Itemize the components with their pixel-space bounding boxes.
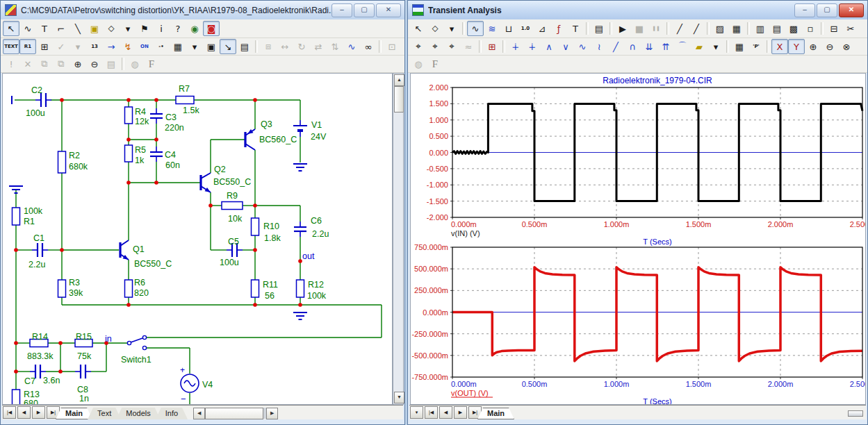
node-label[interactable]: out <box>302 251 315 261</box>
component-label[interactable]: 680 <box>24 399 38 404</box>
error-button[interactable]: ! <box>3 56 19 72</box>
component-label[interactable]: 3.6n <box>43 376 60 385</box>
component-label[interactable]: R9 <box>227 191 238 201</box>
zoom-in-button[interactable]: ⊕ <box>805 39 821 54</box>
component-label[interactable]: 75k <box>77 351 92 361</box>
schematic-titlebar[interactable]: C:\MC9\DATA\Petrov\switching distortion\… <box>1 1 404 20</box>
power-display-toggle[interactable]: ↯ <box>120 39 136 54</box>
component-label[interactable]: C3 <box>165 112 177 122</box>
low-button[interactable]: ≀ <box>591 39 607 54</box>
x-axis-scale-button[interactable]: X <box>771 39 788 54</box>
zoom-in-button[interactable]: ⊕ <box>69 56 86 72</box>
component-label[interactable]: 56 <box>265 291 275 301</box>
component-label[interactable]: Q1 <box>133 244 145 254</box>
scale-limits-button[interactable]: ⊔ <box>500 21 517 36</box>
component-label[interactable]: R7 <box>179 84 190 94</box>
tab-main[interactable]: Main <box>477 408 514 419</box>
component-label[interactable]: R11 <box>263 280 278 290</box>
cancel-button[interactable]: ✕ <box>19 56 36 72</box>
info-window-button[interactable]: ⊡ <box>384 39 400 54</box>
slope-button[interactable]: ╱ <box>607 39 624 54</box>
pause-button[interactable]: ❚❚ <box>648 21 664 36</box>
resistor-R7[interactable] <box>176 97 194 104</box>
maximize-button[interactable]: ▢ <box>354 3 375 17</box>
component-chip-tool[interactable]: ▣ <box>86 21 103 36</box>
first-page-button[interactable]: |◀ <box>3 406 16 419</box>
node-numbers-toggle[interactable]: 13 <box>86 39 103 54</box>
trim-tool[interactable]: ✂ <box>842 21 859 36</box>
component-label[interactable]: 60n <box>165 160 180 170</box>
zoom-window-button[interactable]: ⊗ <box>838 39 855 54</box>
component-label[interactable]: R6 <box>134 278 145 288</box>
zoom-out-button[interactable]: ⊖ <box>821 39 838 54</box>
plot-canvas[interactable]: Radioelektronik_1979-04.CIR2.0001.5001.0… <box>410 73 866 405</box>
text-tool[interactable]: T <box>36 21 53 36</box>
component-label[interactable]: BC550_C <box>213 177 251 187</box>
f-annotation-icon[interactable]: F <box>143 56 160 72</box>
global-low-button[interactable]: ⇈ <box>657 39 674 54</box>
wire-mode-tool[interactable]: ∿ <box>19 21 36 36</box>
periodic-steady-state-button[interactable]: 'P' <box>748 39 764 54</box>
search-binoculars-button[interactable]: ∞ <box>360 39 377 54</box>
component-label[interactable]: 100u <box>220 258 239 267</box>
flip-y-button[interactable]: ⇅ <box>327 39 343 54</box>
series-label[interactable]: v(OUT) (V) <box>451 389 489 397</box>
text-display-toggle[interactable]: TEXT <box>3 39 19 54</box>
component-label[interactable]: BC550_C <box>134 259 172 269</box>
shape-tool[interactable]: ⬦ <box>103 21 120 36</box>
component-label[interactable]: R15 <box>76 332 92 342</box>
info-tool[interactable]: i <box>153 21 170 36</box>
flip-x-button[interactable]: ⇄ <box>310 39 327 54</box>
global-high-button[interactable]: ⇊ <box>641 39 657 54</box>
data-points-toggle[interactable]: ▦ <box>728 21 745 36</box>
component-label[interactable]: R10 <box>263 222 279 231</box>
condition-display-toggle[interactable]: ON <box>136 39 153 54</box>
cursor-mode-button[interactable]: 1.0 <box>517 21 534 36</box>
component-label[interactable]: Q2 <box>214 165 226 174</box>
transistor-Q3[interactable] <box>245 144 255 150</box>
component-label[interactable]: C4 <box>165 150 176 160</box>
component-label[interactable]: R5 <box>135 145 146 155</box>
grid-dense-toggle[interactable]: ▩ <box>785 21 802 36</box>
minimize-button[interactable]: – <box>794 3 815 17</box>
component-label[interactable]: BC560_C <box>259 135 297 144</box>
component-label[interactable]: 10k <box>228 214 243 224</box>
analysis-titlebar[interactable]: Transient Analysis – ▢ ✕ <box>408 1 867 20</box>
component-label[interactable]: V4 <box>202 380 213 390</box>
normalize-button[interactable]: ⊞ <box>484 39 500 54</box>
component-label[interactable]: 1.5k <box>183 106 199 115</box>
vip-dropdown[interactable]: ▾ <box>69 39 86 54</box>
component-label[interactable]: R12 <box>308 280 324 290</box>
f-annotation-icon[interactable]: F <box>427 56 443 72</box>
scroll-left-arrow[interactable]: ◀ <box>193 408 205 419</box>
envelope-button[interactable]: ⌒ <box>674 39 691 54</box>
scroll-up-arrow[interactable]: ▲ <box>394 74 404 86</box>
component-label[interactable]: 24V <box>311 132 327 142</box>
component-label[interactable]: C6 <box>311 216 322 226</box>
pane-splitter-grip[interactable] <box>848 410 863 417</box>
flag-tool[interactable]: ⚑ <box>136 21 153 36</box>
component-label[interactable]: 12k <box>135 117 149 126</box>
component-label[interactable]: Q3 <box>261 119 272 129</box>
group-select-button[interactable]: ⧈ <box>260 39 277 54</box>
line-tool[interactable]: ╱ <box>671 21 688 36</box>
zoom-out-button[interactable]: ⊖ <box>86 56 103 72</box>
switch-contact[interactable] <box>142 335 146 339</box>
component-label[interactable]: R14 <box>32 332 48 342</box>
point-tag-button[interactable]: ⊿ <box>534 21 550 36</box>
horizontal-scrollbar[interactable]: ◀▶ <box>193 408 278 419</box>
properties-button[interactable]: ▤ <box>591 21 607 36</box>
track-probe[interactable]: ⌖ <box>443 39 460 54</box>
tab-main[interactable]: Main <box>56 408 92 419</box>
switch-blade[interactable] <box>131 338 142 342</box>
resistor-R1[interactable] <box>13 208 20 225</box>
waveform-buffer-button[interactable]: ≋ <box>484 21 500 36</box>
browser-icon[interactable]: ◉ <box>186 21 203 36</box>
grid-dropdown[interactable]: ▾ <box>186 39 203 54</box>
component-label[interactable]: 220n <box>165 123 184 133</box>
component-label[interactable]: Switch1 <box>121 355 152 365</box>
copy-back-button[interactable]: ⧉ <box>53 56 69 72</box>
previous-page-button[interactable]: ◀ <box>17 406 31 419</box>
grid-toggle[interactable]: ▦ <box>170 39 186 54</box>
grid-sparse-toggle[interactable]: ▫ <box>802 21 819 36</box>
